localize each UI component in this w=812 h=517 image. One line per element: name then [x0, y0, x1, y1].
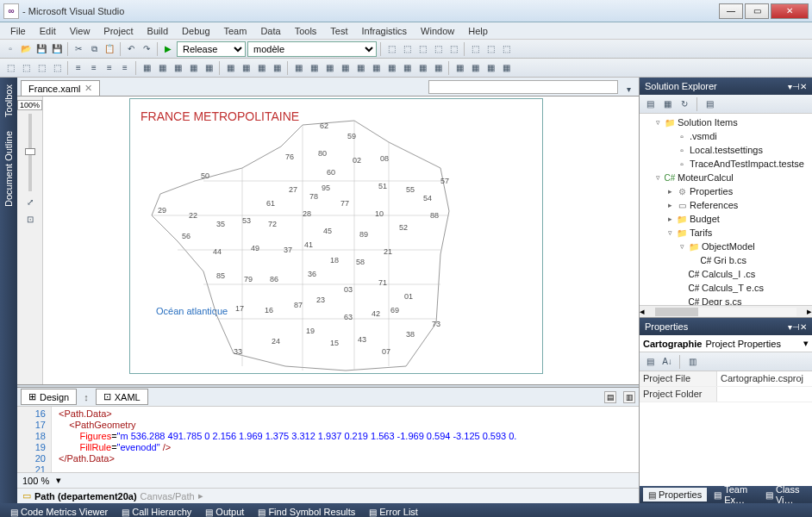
- properties-grid[interactable]: Project FileCartographie.csprojProject F…: [640, 371, 812, 486]
- cut-icon[interactable]: ✂: [72, 42, 85, 56]
- tree-item[interactable]: ▿📁ObjectModel: [640, 240, 812, 253]
- menu-build[interactable]: Build: [141, 24, 175, 38]
- document-tab[interactable]: France.xaml ✕: [21, 80, 100, 96]
- toolbox-tab[interactable]: Toolbox: [2, 81, 16, 121]
- layout-icon[interactable]: ▦: [140, 61, 153, 75]
- layout-icon[interactable]: ▦: [223, 61, 237, 75]
- menu-tools[interactable]: Tools: [288, 24, 324, 38]
- minimize-button[interactable]: —: [719, 3, 743, 19]
- code-text[interactable]: <Path.Data> <PathGeometry Figures="m 536…: [52, 407, 639, 472]
- properties-tab[interactable]: ▤ Properties: [643, 488, 707, 501]
- tree-item[interactable]: ▫.vsmdi: [640, 129, 812, 143]
- layout-icon[interactable]: ▦: [291, 61, 305, 75]
- code-metrics-tab[interactable]: ▤ Code Metrics Viewer: [5, 505, 113, 517]
- tree-item[interactable]: C#Gri b.cs: [640, 253, 812, 267]
- paste-icon[interactable]: 📋: [103, 42, 116, 56]
- menu-data[interactable]: Data: [253, 24, 287, 38]
- layout-icon[interactable]: ▦: [415, 61, 429, 75]
- document-outline-tab[interactable]: Document Outline: [2, 128, 16, 210]
- dropdown-icon[interactable]: ▾: [621, 82, 635, 96]
- pin-icon[interactable]: ⊣: [792, 82, 800, 91]
- save-icon[interactable]: 💾: [34, 42, 48, 56]
- layout-icon[interactable]: ▦: [270, 61, 284, 75]
- team-explorer-tab[interactable]: ▤ Team Ex…: [709, 483, 759, 507]
- target-select[interactable]: modèle: [247, 41, 377, 57]
- copy-icon[interactable]: ⧉: [87, 42, 101, 56]
- menu-edit[interactable]: Edit: [33, 24, 63, 38]
- close-panel-icon[interactable]: ✕: [800, 322, 807, 332]
- artboard[interactable]: FRANCE METROPOLITAINE Océan atlantique 6…: [129, 98, 543, 374]
- maximize-button[interactable]: ▭: [745, 3, 769, 19]
- close-button[interactable]: ✕: [771, 3, 809, 19]
- split-horizontal-icon[interactable]: ▤: [604, 391, 616, 403]
- layout-icon[interactable]: ▦: [307, 61, 321, 75]
- designer-canvas[interactable]: FRANCE METROPOLITAINE Océan atlantique 6…: [43, 97, 639, 384]
- fit-icon[interactable]: ⤢: [23, 195, 37, 209]
- align-icon[interactable]: ≡: [103, 61, 116, 75]
- tool-icon[interactable]: ⬚: [431, 42, 445, 56]
- layout-icon[interactable]: ▦: [202, 61, 215, 75]
- menu-view[interactable]: View: [63, 24, 97, 38]
- menu-team[interactable]: Team: [217, 24, 254, 38]
- layout-icon[interactable]: ▦: [254, 61, 268, 75]
- tree-item[interactable]: ▸▭References: [640, 198, 812, 212]
- tree-item[interactable]: C#Calculs_I .cs: [640, 267, 812, 281]
- menu-window[interactable]: Window: [414, 24, 461, 38]
- tree-item[interactable]: ▿📁Solution Items: [640, 115, 812, 129]
- tool-icon[interactable]: ⬚: [400, 42, 414, 56]
- error-list-tab[interactable]: ▤ Error List: [364, 505, 423, 517]
- align-icon[interactable]: ≡: [87, 61, 101, 75]
- tool-icon[interactable]: ⬚: [447, 42, 460, 56]
- property-row[interactable]: Project FileCartographie.csproj: [640, 371, 812, 387]
- property-row[interactable]: Project Folder: [640, 387, 812, 402]
- tool-icon[interactable]: ⬚: [19, 61, 33, 75]
- xaml-code-editor[interactable]: 161718192021 <Path.Data> <PathGeometry F…: [17, 407, 639, 472]
- save-all-icon[interactable]: 💾: [50, 42, 64, 56]
- layout-icon[interactable]: ▦: [384, 61, 398, 75]
- config-select[interactable]: Release: [177, 41, 246, 57]
- properties-icon[interactable]: ▤: [643, 97, 657, 111]
- find-symbol-tab[interactable]: ▤ Find Symbol Results: [253, 505, 360, 517]
- tree-item[interactable]: ▸⚙Properties: [640, 184, 812, 198]
- layout-icon[interactable]: ▦: [239, 61, 253, 75]
- tree-item[interactable]: ▫Local.testsettings: [640, 143, 812, 157]
- open-icon[interactable]: 📂: [19, 42, 33, 56]
- properties-object-selector[interactable]: CartographieProject Properties ▾: [640, 335, 812, 352]
- refresh-icon[interactable]: ↻: [678, 97, 691, 111]
- tree-scrollbar-h[interactable]: ◂▸: [640, 305, 812, 317]
- layout-icon[interactable]: ▦: [171, 61, 184, 75]
- new-project-icon[interactable]: ▫: [3, 42, 17, 56]
- tree-item[interactable]: C#Calculs_T e.cs: [640, 281, 812, 295]
- categorized-icon[interactable]: ▤: [643, 355, 657, 369]
- tree-item[interactable]: ▫TraceAndTestImpact.testse: [640, 157, 812, 171]
- split-vertical-icon[interactable]: ▥: [623, 391, 635, 403]
- tool-icon[interactable]: ⬚: [484, 42, 497, 56]
- show-all-icon[interactable]: ▦: [660, 97, 674, 111]
- layout-icon[interactable]: ▦: [484, 61, 497, 75]
- alpha-sort-icon[interactable]: A↓: [660, 355, 674, 369]
- tree-item[interactable]: ▸📁Budget: [640, 212, 812, 226]
- layout-icon[interactable]: ▦: [322, 61, 336, 75]
- pin-icon[interactable]: ⊣: [792, 322, 800, 332]
- tool-icon[interactable]: ⬚: [34, 61, 48, 75]
- view-code-icon[interactable]: ▤: [703, 97, 716, 111]
- solution-tree[interactable]: ▿📁Solution Items▫.vsmdi▫Local.testsettin…: [640, 114, 812, 305]
- layout-icon[interactable]: ▦: [400, 61, 414, 75]
- layout-icon[interactable]: ▦: [499, 61, 513, 75]
- output-tab[interactable]: ▤ Output: [200, 505, 249, 517]
- menu-help[interactable]: Help: [461, 24, 495, 38]
- layout-icon[interactable]: ▦: [468, 61, 482, 75]
- layout-icon[interactable]: ▦: [369, 61, 383, 75]
- design-tab[interactable]: ⊞Design: [21, 389, 77, 405]
- layout-icon[interactable]: ▦: [353, 61, 367, 75]
- breadcrumb-path[interactable]: Path (departement20a): [34, 491, 137, 501]
- xaml-tab[interactable]: ⊡XAML: [96, 389, 148, 405]
- layout-icon[interactable]: ▦: [338, 61, 352, 75]
- layout-icon[interactable]: ▦: [155, 61, 169, 75]
- class-view-tab[interactable]: ▤ Class Vi…: [760, 483, 809, 507]
- tool-icon[interactable]: ⬚: [468, 42, 482, 56]
- tool-icon[interactable]: ⬚: [384, 42, 398, 56]
- tree-item[interactable]: C#Degr s.cs: [640, 295, 812, 305]
- align-icon[interactable]: ≡: [72, 61, 85, 75]
- undo-icon[interactable]: ↶: [124, 42, 138, 56]
